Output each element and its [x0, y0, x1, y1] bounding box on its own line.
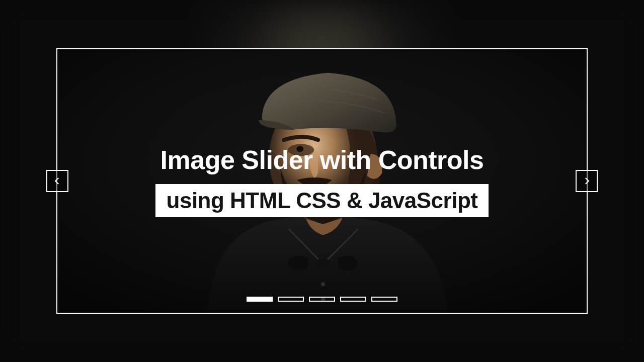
slide-title: Image Slider with Controls [160, 145, 484, 175]
next-button[interactable] [576, 170, 598, 192]
slide-indicator[interactable] [340, 297, 366, 302]
chevron-right-icon [582, 176, 591, 186]
slide-subtitle: using HTML CSS & JavaScript [155, 184, 489, 217]
slide-indicator[interactable] [278, 297, 304, 302]
prev-button[interactable] [46, 170, 68, 192]
slide-indicator[interactable] [247, 297, 273, 302]
slide-indicator[interactable] [309, 297, 335, 302]
slider-frame: Image Slider with Controls using HTML CS… [56, 48, 588, 314]
slide-indicator[interactable] [371, 297, 397, 302]
chevron-left-icon [53, 176, 62, 186]
slide-caption: Image Slider with Controls using HTML CS… [57, 49, 587, 313]
slide-indicators [247, 297, 397, 302]
